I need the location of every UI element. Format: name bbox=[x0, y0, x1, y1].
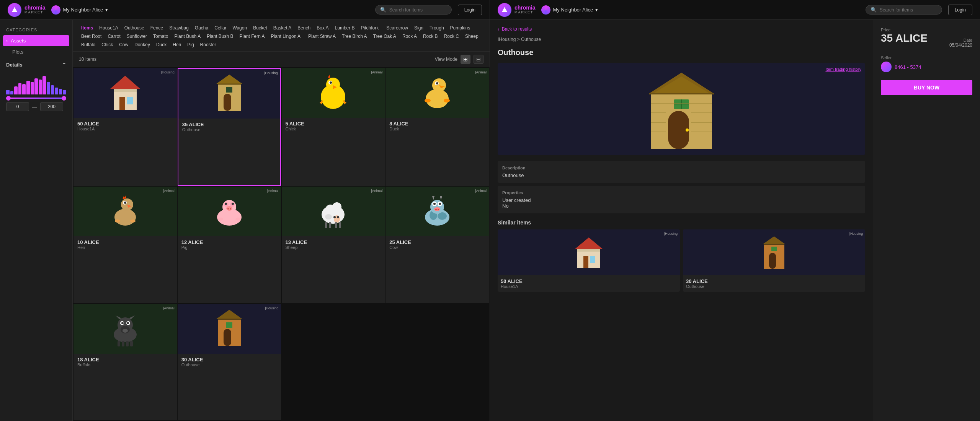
similar-category-2: |Housing bbox=[849, 232, 863, 236]
chart-bar-6 bbox=[26, 81, 30, 94]
filter-tag-strawbag[interactable]: Strawbag bbox=[167, 24, 191, 31]
filter-tag-cellar[interactable]: Cellar bbox=[212, 24, 229, 31]
filter-tag-plant-straw-a[interactable]: Plant Straw A bbox=[306, 33, 338, 40]
filter-tag-buffalo[interactable]: Buffalo bbox=[79, 41, 98, 48]
back-to-results[interactable]: ‹ Back to results bbox=[498, 26, 865, 32]
filter-tag-beet-root[interactable]: Beet Root bbox=[79, 33, 104, 40]
left-top-nav: chromia MARKET My Neighbor Alice ▾ 🔍 Log… bbox=[0, 0, 490, 20]
svg-point-68 bbox=[434, 207, 440, 211]
filter-tag-chick[interactable]: Chick bbox=[99, 41, 115, 48]
search-bar-right[interactable]: 🔍 bbox=[866, 5, 942, 15]
filter-tag-rooster[interactable]: Rooster bbox=[198, 41, 219, 48]
filter-tag-duck[interactable]: Duck bbox=[154, 41, 169, 48]
filter-tag-plant-fern-a[interactable]: Plant Fern A bbox=[237, 33, 267, 40]
list-view-button[interactable]: ⊟ bbox=[474, 55, 483, 64]
description-label: Description bbox=[502, 166, 861, 170]
buy-now-button[interactable]: BUY NOW bbox=[881, 80, 972, 95]
grid-view-button[interactable]: ⊞ bbox=[461, 55, 470, 64]
item-card-2[interactable]: |Housing 35 ALICE Outhouse bbox=[178, 68, 281, 186]
item-count: 10 Items bbox=[79, 57, 96, 62]
filter-tag-plant-lingon-a[interactable]: Plant Lingon A bbox=[269, 33, 303, 40]
trading-history-link[interactable]: Item trading history bbox=[825, 67, 861, 72]
logo-icon-right bbox=[498, 3, 511, 17]
filter-tag-items[interactable]: Items bbox=[79, 24, 95, 31]
filter-tag-bucket[interactable]: Bucket bbox=[251, 24, 270, 31]
svg-point-29 bbox=[124, 202, 126, 204]
item-price-6: 12 ALICE bbox=[181, 239, 277, 245]
chart-bar-13 bbox=[55, 88, 58, 94]
filter-tag-sunflower[interactable]: Sunflower bbox=[124, 33, 149, 40]
filter-tag-pitchfork[interactable]: Pitchfork bbox=[359, 24, 381, 31]
details-collapse-icon[interactable]: ⌃ bbox=[62, 62, 66, 68]
filter-tag-plant-bush-a[interactable]: Plant Bush A bbox=[172, 33, 203, 40]
chart-bar-5 bbox=[22, 84, 26, 94]
filter-tag-donkey[interactable]: Donkey bbox=[132, 41, 152, 48]
filter-tag-trough[interactable]: Trough bbox=[427, 24, 446, 31]
search-bar-left[interactable]: 🔍 bbox=[375, 5, 452, 15]
properties-label: Properties bbox=[502, 190, 861, 195]
svg-rect-9 bbox=[226, 87, 232, 93]
min-price-input[interactable] bbox=[6, 102, 29, 111]
sidebar-item-assets[interactable]: › Assets bbox=[3, 35, 69, 46]
price-range-separator: — bbox=[32, 104, 37, 110]
login-button-right[interactable]: Login bbox=[948, 5, 972, 15]
date-label: Date bbox=[949, 38, 972, 42]
filter-tag-hen[interactable]: Hen bbox=[170, 41, 183, 48]
price-range-slider[interactable] bbox=[6, 98, 66, 99]
item-card-5[interactable]: |Animal bbox=[74, 187, 177, 303]
similar-card-1[interactable]: |Housing 50 ALICE bbox=[498, 229, 680, 292]
item-card-7[interactable]: |Animal bbox=[282, 187, 385, 303]
filter-tag-pumpkins[interactable]: Pumpkins bbox=[448, 24, 473, 31]
item-info-7: 13 ALICE Sheep bbox=[282, 236, 385, 253]
item-card-3[interactable]: |Animal 5 bbox=[282, 68, 385, 186]
item-card-1[interactable]: |Housing 50 ALICE House1A bbox=[74, 68, 177, 186]
item-card-4[interactable]: |Animal 8 ALICE bbox=[385, 68, 489, 186]
buffalo-icon bbox=[108, 310, 142, 348]
item-card-6[interactable]: |Animal bbox=[178, 187, 281, 303]
filter-tag-pig[interactable]: Pig bbox=[185, 41, 196, 48]
filter-tag-scarecrow[interactable]: Scarecrow bbox=[384, 24, 410, 31]
filter-tag-outhouse[interactable]: Outhouse bbox=[122, 24, 147, 31]
filter-tag-tree-birch-a[interactable]: Tree Birch A bbox=[340, 33, 369, 40]
item-card-8[interactable]: |Animal bbox=[385, 187, 489, 303]
max-price-input[interactable] bbox=[40, 102, 63, 111]
login-button-left[interactable]: Login bbox=[458, 5, 482, 15]
svg-marker-18 bbox=[328, 75, 330, 78]
item-card-10[interactable]: |Housing 30 ALICE Outhouse bbox=[178, 304, 281, 420]
item-name-7: Sheep bbox=[286, 245, 381, 250]
filter-tag-carrot[interactable]: Carrot bbox=[105, 33, 122, 40]
filter-tag-box-a[interactable]: Box A bbox=[314, 24, 331, 31]
similar-card-2[interactable]: |Housing 30 ALICE bbox=[683, 229, 865, 292]
filter-tag-bench[interactable]: Bench bbox=[295, 24, 313, 31]
filter-tag-sheep[interactable]: Sheep bbox=[463, 33, 481, 40]
filter-tag-rock-a[interactable]: Rock A bbox=[400, 33, 419, 40]
similar-info-2: 30 ALICE Outhouse bbox=[683, 275, 865, 292]
filter-tag-tree-oak-a[interactable]: Tree Oak A bbox=[371, 33, 399, 40]
filter-tag-sign[interactable]: Sign bbox=[412, 24, 426, 31]
item-name-5: Hen bbox=[77, 245, 173, 250]
range-thumb-left[interactable] bbox=[6, 96, 11, 101]
filter-tag-house1a[interactable]: House1A bbox=[97, 24, 120, 31]
game-selector-right[interactable]: My Neighbor Alice ▾ bbox=[541, 5, 598, 15]
filter-tag-rock-c[interactable]: Rock C bbox=[442, 33, 461, 40]
filter-tag-cow[interactable]: Cow bbox=[117, 41, 131, 48]
item-info-1: 50 ALICE House1A bbox=[74, 118, 177, 134]
svg-rect-5 bbox=[114, 89, 137, 92]
filter-tag-lumber-b[interactable]: Lumber B bbox=[333, 24, 357, 31]
sidebar-item-plots[interactable]: Plots bbox=[0, 46, 72, 57]
item-card-9[interactable]: |Animal bbox=[74, 304, 177, 420]
game-selector-left[interactable]: My Neighbor Alice ▾ bbox=[51, 5, 108, 15]
filter-tag-gacha[interactable]: Gacha bbox=[193, 24, 211, 31]
search-input-left[interactable] bbox=[389, 7, 443, 13]
filter-tag-basket-a[interactable]: Basket A bbox=[271, 24, 294, 31]
filter-tag-tomato[interactable]: Tomato bbox=[151, 33, 170, 40]
svg-marker-0 bbox=[12, 7, 18, 12]
range-thumb-right[interactable] bbox=[62, 96, 66, 101]
svg-marker-71 bbox=[432, 196, 434, 200]
filter-tag-wagon[interactable]: Wagon bbox=[230, 24, 250, 31]
filter-tag-fence[interactable]: Fence bbox=[148, 24, 165, 31]
search-input-right[interactable] bbox=[880, 7, 933, 13]
brand-sub-right: MARKET bbox=[514, 11, 535, 15]
filter-tag-rock-b[interactable]: Rock B bbox=[421, 33, 440, 40]
filter-tag-plant-bush-b[interactable]: Plant Bush B bbox=[204, 33, 235, 40]
